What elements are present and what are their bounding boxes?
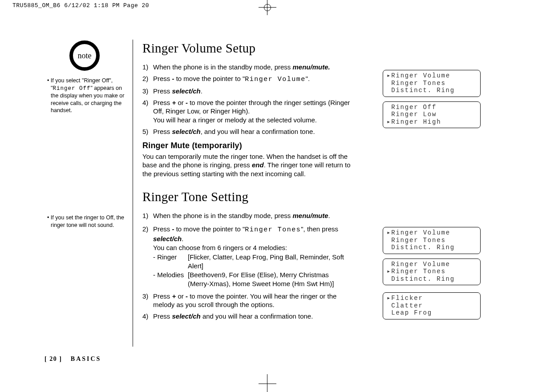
sidenote-lcd: Ringer Off — [53, 85, 90, 92]
sidenote-ringer-off: • If you select "Ringer Off", "Ringer Of… — [47, 77, 125, 114]
step: 3) Press + or - to move the pointer. You… — [142, 292, 352, 310]
subheading-ringer-mute: Ringer Mute (temporarily) — [142, 141, 352, 151]
steps-tone: 1) When the phone is in the standby mode… — [142, 211, 352, 321]
lcd-display: ▸Ringer Volume Ringer Tones Distinct. Ri… — [383, 70, 481, 97]
crop-mark-top — [267, 0, 285, 15]
step-body: Press + or - to move the pointer. You wi… — [153, 292, 352, 310]
step-body: Press select/ch and you will hear a conf… — [153, 312, 352, 321]
main-column: Ringer Volume Setup 1) When the phone is… — [142, 40, 352, 325]
svg-text:note: note — [78, 51, 92, 60]
lcd-display: ▸Ringer Volume Ringer Tones Distinct. Ri… — [383, 227, 481, 254]
step-number: 4) — [142, 312, 153, 321]
vertical-divider — [133, 40, 133, 347]
step-number: 3) — [142, 87, 153, 96]
paragraph-ringer-mute: You can temporarily mute the ringer tone… — [142, 152, 352, 178]
sublist-key: - Ringer — [153, 253, 188, 271]
step-body: Press + or - to move the pointer through… — [153, 98, 352, 125]
step: 1) When the phone is in the standby mode… — [142, 211, 352, 220]
lcd-display: ▸Flicker Clatter Leap Frog — [383, 292, 481, 319]
step: 2) Press - to move the pointer to "Ringe… — [142, 74, 352, 84]
step-number: 3) — [142, 292, 153, 310]
step: 1) When the phone is in the standby mode… — [142, 63, 352, 72]
sublist-value: [Flicker, Clatter, Leap Frog, Ping Ball,… — [188, 253, 352, 271]
step-number: 4) — [142, 98, 153, 125]
tone-sublist: - Ringer [Flicker, Clatter, Leap Frog, P… — [153, 253, 352, 288]
step-number: 5) — [142, 127, 153, 136]
step-body: Press - to move the pointer to "Ringer V… — [153, 74, 352, 84]
steps-volume: 1) When the phone is in the standby mode… — [142, 63, 352, 136]
page-number: [ 20 ] — [44, 356, 62, 362]
step: 5) Press select/ch, and you will hear a … — [142, 127, 352, 136]
section-label: BASICS — [71, 356, 101, 362]
heading-ringer-tone: Ringer Tone Setting — [142, 188, 352, 205]
step-body: Press select/ch, and you will hear a con… — [153, 127, 352, 136]
step-number: 1) — [142, 211, 153, 220]
sublist-value: [Beethoven9, For Elise (Elise), Merry Ch… — [188, 271, 352, 288]
step: 3) Press select/ch. — [142, 87, 352, 96]
crop-mark-bottom — [267, 374, 285, 392]
sublist-key: - Melodies — [153, 271, 188, 288]
step: 4) Press + or - to move the pointer thro… — [142, 98, 352, 125]
step: 4) Press select/ch and you will hear a c… — [142, 312, 352, 321]
step-body: When the phone is in the standby mode, p… — [153, 63, 352, 72]
step-number: 2) — [142, 225, 153, 288]
page-footer: [ 20 ] BASICS — [44, 356, 101, 363]
step-body: When the phone is in the standby mode, p… — [153, 211, 352, 220]
step-body: Press - to move the pointer to "Ringer T… — [153, 225, 352, 288]
step-number: 2) — [142, 74, 153, 84]
lcd-display: Ringer Volume ▸Ringer Tones Distinct. Ri… — [383, 259, 481, 286]
step: 2) Press - to move the pointer to "Ringe… — [142, 225, 352, 288]
heading-ringer-volume: Ringer Volume Setup — [142, 40, 352, 57]
sidebar: note • If you select "Ringer Off", "Ring… — [44, 40, 125, 114]
step-body: Press select/ch. — [153, 87, 352, 96]
step-number: 1) — [142, 63, 153, 72]
sidenote-ringer-off-nosound: • If you set the ringer to Off, the ring… — [47, 214, 131, 229]
lcd-column: ▸Ringer Volume Ringer Tones Distinct. Ri… — [383, 70, 481, 324]
note-icon: note — [69, 40, 101, 72]
lcd-display: Ringer Off Ringer Low ▸Ringer High — [383, 101, 481, 129]
